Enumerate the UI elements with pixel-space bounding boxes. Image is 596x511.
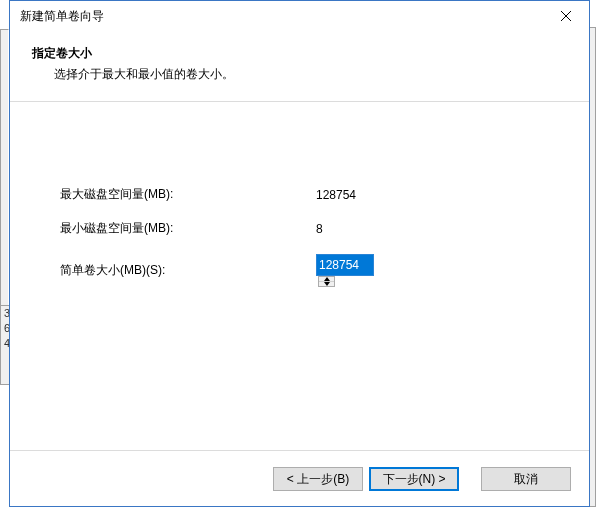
max-space-label: 最大磁盘空间量(MB): [60, 186, 316, 203]
page-heading: 指定卷大小 [32, 45, 567, 62]
spinner-buttons [318, 276, 335, 287]
wizard-dialog: 新建简单卷向导 指定卷大小 选择介于最大和最小值的卷大小。 最大磁盘空间量(MB… [9, 0, 590, 507]
background-window-fragment [589, 27, 596, 507]
max-space-value: 128754 [316, 188, 356, 202]
max-space-row: 最大磁盘空间量(MB): 128754 [60, 186, 559, 203]
min-space-label: 最小磁盘空间量(MB): [60, 220, 316, 237]
volume-size-row: 简单卷大小(MB)(S): [60, 254, 559, 287]
volume-size-input[interactable] [317, 255, 373, 275]
close-icon [561, 11, 571, 21]
min-space-row: 最小磁盘空间量(MB): 8 [60, 220, 559, 237]
close-button[interactable] [543, 1, 589, 31]
background-window-fragment [0, 29, 9, 309]
page-subheading: 选择介于最大和最小值的卷大小。 [54, 66, 567, 83]
cancel-button[interactable]: 取消 [481, 467, 571, 491]
volume-size-spinner [316, 254, 374, 276]
window-title: 新建简单卷向导 [20, 8, 543, 25]
wizard-footer: < 上一步(B) 下一步(N) > 取消 [10, 452, 589, 506]
min-space-value: 8 [316, 222, 323, 236]
titlebar[interactable]: 新建简单卷向导 [10, 1, 589, 31]
chevron-down-icon [324, 282, 330, 286]
chevron-up-icon [324, 277, 330, 281]
volume-size-label: 简单卷大小(MB)(S): [60, 262, 316, 279]
wizard-content: 最大磁盘空间量(MB): 128754 最小磁盘空间量(MB): 8 简单卷大小… [10, 103, 589, 443]
wizard-header: 指定卷大小 选择介于最大和最小值的卷大小。 [10, 31, 589, 83]
spinner-down-button[interactable] [319, 282, 334, 286]
next-button[interactable]: 下一步(N) > [369, 467, 459, 491]
back-button[interactable]: < 上一步(B) [273, 467, 363, 491]
